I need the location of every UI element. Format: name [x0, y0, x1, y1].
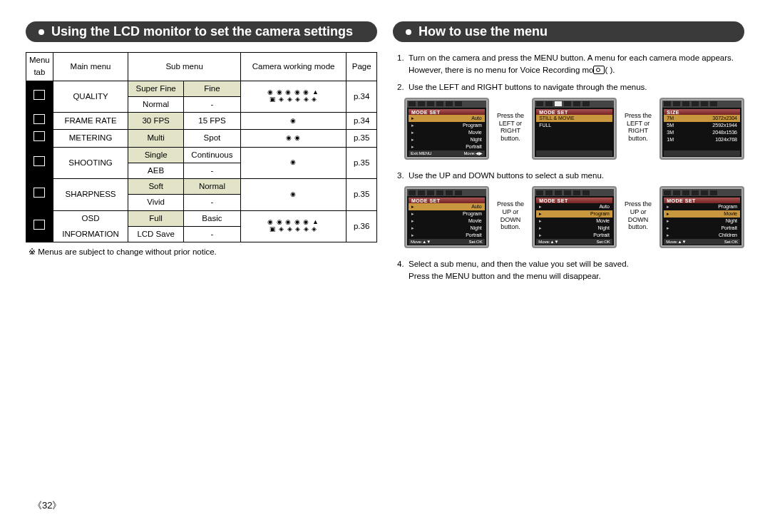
voice-record-icon: [593, 66, 605, 74]
shooting-modes: ◉: [240, 147, 346, 179]
step-2-text: Use the LEFT and RIGHT buttons to naviga…: [409, 81, 647, 93]
lcd-modeset-3: MODE SET ▸Auto ▸Program ▸Movie ▸Night ▸P…: [532, 186, 617, 248]
shooting-cont: Continuous: [183, 147, 240, 163]
th-menutab: Menu tab: [26, 53, 53, 81]
metering-modes: ◉ ◉: [240, 130, 346, 147]
shooting-aeb: AEB: [128, 163, 184, 178]
step-3-text: Use the UP and DOWN buttons to select a …: [409, 170, 604, 182]
osd-page: p.36: [346, 210, 377, 242]
section-title-right: How to use the menu: [393, 21, 744, 42]
step-1-num: 1.: [397, 52, 409, 77]
framerate-15: 15 FPS: [183, 113, 240, 130]
framerate-modes: ◉: [240, 113, 346, 130]
sharpness-normal: Normal: [183, 179, 240, 195]
caption-lr-2: Press the LEFT or RIGHT button.: [624, 98, 652, 143]
step-2-num: 2.: [397, 81, 409, 93]
shooting-single: Single: [128, 147, 184, 163]
sharpness-page: p.35: [346, 179, 377, 211]
sharpness-label: SHARPNESS: [53, 179, 128, 211]
lcd-modeset-1: MODE SET ▸Auto ▸Program ▸Movie ▸Night ▸P…: [404, 98, 489, 160]
caption-ud-1: Press the UP or DOWN button.: [496, 186, 525, 231]
lcd-header: MODE SET: [536, 198, 612, 203]
quality-fine: Fine: [183, 81, 240, 96]
lcd-stillmovie: MODE SET STILL & MOVIE FULL: [532, 98, 617, 160]
shooting-label: SHOOTING: [53, 147, 128, 179]
osd-full: Full: [128, 210, 184, 226]
th-submenu: Sub menu: [128, 53, 241, 81]
step-4-text-a: Select a sub menu, and then the value yo…: [409, 260, 629, 268]
framerate-label: FRAME RATE: [53, 113, 128, 130]
sharpness-modes: ◉: [240, 179, 346, 211]
framerate-page: p.34: [346, 113, 377, 130]
camera-settings-table: Menu tab Main menu Sub menu Camera worki…: [26, 52, 377, 242]
osd-icon: [26, 210, 53, 242]
metering-page: p.35: [346, 130, 377, 147]
osd-dash: -: [183, 226, 240, 242]
lcd-header: MODE SET: [536, 109, 612, 115]
th-page: Page: [346, 53, 377, 81]
quality-page: p.34: [346, 81, 377, 113]
step-3-num: 3.: [397, 170, 409, 182]
quality-superfine: Super Fine: [128, 81, 184, 96]
lcd-modeset-2: MODE SET ▸Auto ▸Program ▸Movie ▸Night ▸P…: [404, 186, 489, 248]
caption-ud-2: Press the UP or DOWN button.: [624, 186, 652, 231]
lcd-header: MODE SET: [409, 109, 485, 115]
osd-lcdsave: LCD Save: [128, 226, 184, 242]
lcd-header: SIZE: [664, 109, 740, 115]
sharpness-dash: -: [183, 195, 240, 210]
menus-note: ※ Menus are subject to change without pr…: [29, 247, 377, 257]
step-1-text: Turn on the camera and press the MENU bu…: [409, 53, 734, 74]
framerate-icon: [26, 113, 53, 130]
step-4-text-b: Press the MENU button and the menu will …: [409, 272, 601, 280]
shooting-icon: [26, 147, 53, 179]
metering-icon: [26, 130, 53, 147]
shooting-dash: -: [183, 163, 240, 178]
metering-multi: Multi: [128, 130, 184, 147]
th-mainmenu: Main menu: [53, 53, 128, 81]
caption-lr-1: Press the LEFT or RIGHT button.: [496, 98, 525, 143]
osd-label-1: OSD: [53, 210, 128, 226]
quality-normal: Normal: [128, 96, 184, 112]
section-title-left: Using the LCD monitor to set the camera …: [26, 21, 377, 42]
lcd-header: MODE SET: [409, 198, 485, 203]
step-4-num: 4.: [397, 258, 409, 283]
lcd-size: SIZE 7M3072x2304 5M2592x1944 3M2048x1536…: [659, 98, 744, 160]
quality-modes: ◉ ◉ ◉ ◉ ◉ ▲▣ ◈ ◈ ◈ ◈ ◈: [240, 81, 346, 113]
metering-spot: Spot: [183, 130, 240, 147]
sharpness-icon: [26, 179, 53, 211]
sharpness-soft: Soft: [128, 179, 184, 195]
quality-label: QUALITY: [53, 81, 128, 113]
sharpness-vivid: Vivid: [128, 195, 184, 210]
lcd-children: MODE SET ▸Program ▸Movie ▸Night ▸Portrai…: [659, 186, 744, 248]
framerate-30: 30 FPS: [128, 113, 184, 130]
osd-basic: Basic: [183, 210, 240, 226]
th-mode: Camera working mode: [240, 53, 346, 81]
osd-label-2: INFORMATION: [53, 226, 128, 242]
quality-dash: -: [183, 96, 240, 112]
metering-label: METERING: [53, 130, 128, 147]
shooting-page: p.35: [346, 147, 377, 179]
quality-icon: [26, 81, 53, 113]
lcd-header: MODE SET: [664, 198, 740, 203]
osd-modes: ◉ ◉ ◉ ◉ ◉ ▲▣ ◈ ◈ ◈ ◈ ◈: [240, 210, 346, 242]
